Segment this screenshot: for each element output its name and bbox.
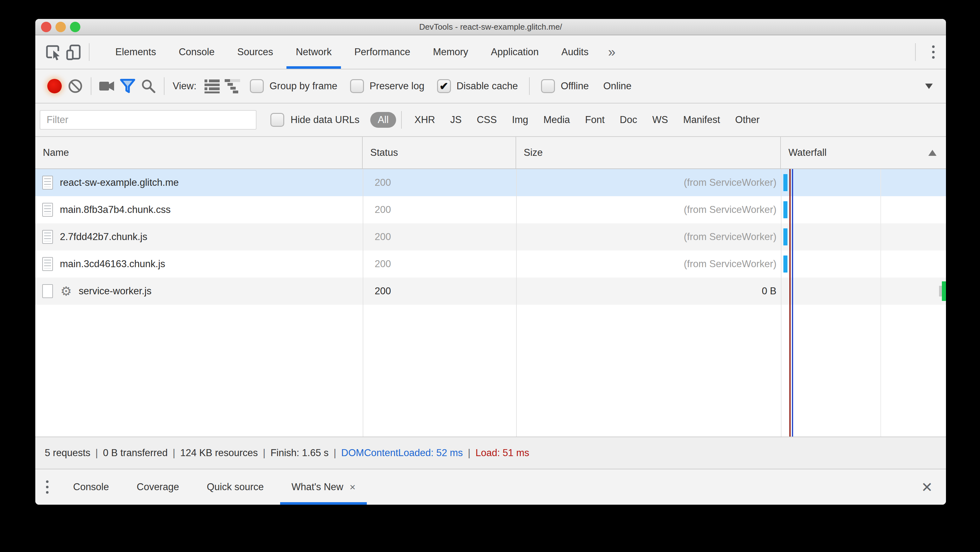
filter-type-css[interactable]: CSS	[469, 114, 504, 126]
close-drawer-icon[interactable]: ✕	[921, 479, 933, 495]
column-header-size[interactable]: Size	[516, 137, 781, 168]
tab-performance[interactable]: Performance	[343, 35, 421, 69]
filter-type-js[interactable]: JS	[443, 114, 469, 126]
waterfall-bar	[783, 228, 788, 246]
filter-type-all[interactable]: All	[370, 112, 396, 128]
drawer-tab-what-s-new[interactable]: What's New×	[278, 469, 369, 505]
divider	[401, 111, 402, 129]
requests-table-body: react-sw-example.glitch.me200(from Servi…	[35, 169, 946, 437]
network-toolbar: View: Group b	[35, 69, 946, 104]
filter-types: XHRJSCSSImgMediaFontDocWSManifestOther	[407, 114, 767, 126]
load-time[interactable]: Load: 51 ms	[476, 447, 530, 459]
checkbox-box[interactable]	[270, 113, 284, 127]
tab-application[interactable]: Application	[480, 35, 550, 69]
filter-type-manifest[interactable]: Manifest	[676, 114, 728, 126]
network-throttling-select[interactable]: Online	[603, 80, 632, 92]
filter-icon[interactable]	[117, 76, 138, 97]
cell-name: main.8fb3a7b4.chunk.css	[35, 196, 363, 223]
column-header-waterfall[interactable]: Waterfall	[781, 137, 946, 168]
inspect-element-icon[interactable]	[43, 42, 64, 62]
cell-name: 2.7fdd42b7.chunk.js	[35, 223, 363, 250]
table-row[interactable]: ⚙service-worker.js2000 B	[35, 278, 946, 305]
use-request-rows-icon[interactable]	[202, 76, 223, 97]
tab-console[interactable]: Console	[167, 35, 226, 69]
drawer-tab-coverage[interactable]: Coverage	[123, 469, 193, 505]
waterfall-bar	[783, 201, 788, 218]
column-header-name[interactable]: Name	[35, 137, 363, 168]
tab-sources[interactable]: Sources	[226, 35, 285, 69]
cell-status: 200	[363, 223, 516, 250]
tab-elements[interactable]: Elements	[104, 35, 167, 69]
disable-cache-checkbox[interactable]: Disable cache	[437, 79, 518, 93]
cell-waterfall	[781, 278, 946, 305]
cell-size: 0 B	[516, 278, 781, 305]
device-toolbar-icon[interactable]	[64, 42, 84, 62]
summary-segment: 124 KB resources	[180, 447, 258, 459]
waterfall-gridline	[880, 169, 881, 437]
filter-type-media[interactable]: Media	[536, 114, 577, 126]
drawer-tab-console[interactable]: Console	[59, 469, 123, 505]
cell-size: (from ServiceWorker)	[516, 196, 781, 223]
cell-size: (from ServiceWorker)	[516, 169, 781, 196]
record-icon	[47, 79, 62, 93]
group-by-frame-checkbox[interactable]: Group by frame	[250, 79, 337, 93]
table-row[interactable]: main.3cd46163.chunk.js200(from ServiceWo…	[35, 250, 946, 278]
cell-status: 200	[363, 278, 516, 305]
filter-type-ws[interactable]: WS	[645, 114, 676, 126]
dom-content-loaded-time[interactable]: DOMContentLoaded: 52 ms	[341, 447, 463, 459]
waterfall-event-line	[789, 169, 791, 437]
document-icon	[42, 203, 53, 217]
main-menu-kebab-icon[interactable]	[921, 45, 946, 59]
summary-separator: |	[91, 447, 103, 459]
show-overview-icon[interactable]	[223, 76, 243, 97]
close-tab-icon[interactable]: ×	[350, 481, 355, 493]
checkbox-box[interactable]	[350, 79, 364, 93]
column-divider	[516, 169, 517, 437]
checkbox-label: Group by frame	[269, 80, 337, 92]
filter-type-img[interactable]: Img	[504, 114, 536, 126]
clear-network-log-button[interactable]	[65, 76, 86, 97]
panel-tabs: ElementsConsoleSourcesNetworkPerformance…	[104, 35, 600, 69]
more-panels-chevron-icon[interactable]: »	[600, 45, 624, 60]
close-window-button[interactable]	[41, 22, 51, 32]
column-header-status[interactable]: Status	[363, 137, 516, 168]
divider	[91, 77, 91, 95]
checkbox-box[interactable]	[250, 79, 264, 93]
search-icon[interactable]	[138, 76, 159, 97]
chevron-down-icon[interactable]	[925, 84, 933, 89]
filter-type-doc[interactable]: Doc	[612, 114, 645, 126]
record-network-log-button[interactable]	[44, 76, 65, 97]
window-title: DevTools - react-sw-example.glitch.me/	[35, 19, 946, 35]
filter-input[interactable]	[40, 110, 256, 130]
cell-name: react-sw-example.glitch.me	[35, 169, 363, 196]
preserve-log-checkbox[interactable]: Preserve log	[350, 79, 425, 93]
sort-ascending-icon	[928, 150, 937, 156]
minimize-window-button[interactable]	[56, 22, 66, 32]
capture-screenshots-icon[interactable]	[96, 76, 117, 97]
divider	[915, 43, 916, 61]
tab-network[interactable]: Network	[285, 35, 343, 69]
tab-memory[interactable]: Memory	[422, 35, 480, 69]
checkbox-box[interactable]	[437, 79, 451, 93]
table-row[interactable]: react-sw-example.glitch.me200(from Servi…	[35, 169, 946, 196]
table-row[interactable]: main.8fb3a7b4.chunk.css200(from ServiceW…	[35, 196, 946, 223]
tab-audits[interactable]: Audits	[550, 35, 600, 69]
cell-size: (from ServiceWorker)	[516, 223, 781, 250]
filter-type-other[interactable]: Other	[728, 114, 767, 126]
offline-checkbox[interactable]: Offline	[541, 79, 589, 93]
zoom-window-button[interactable]	[70, 22, 80, 32]
table-row[interactable]: 2.7fdd42b7.chunk.js200(from ServiceWorke…	[35, 223, 946, 250]
filter-type-font[interactable]: Font	[578, 114, 612, 126]
request-name: service-worker.js	[79, 286, 151, 297]
checkbox-box[interactable]	[541, 79, 555, 93]
divider	[164, 77, 164, 95]
screenshot-canvas: DevTools - react-sw-example.glitch.me/ E…	[0, 0, 980, 552]
document-icon	[42, 230, 53, 244]
hide-data-urls-checkbox[interactable]: Hide data URLs	[270, 113, 360, 127]
summary-segment: 5 requests	[45, 447, 91, 459]
filter-type-xhr[interactable]: XHR	[407, 114, 442, 126]
drawer-menu-kebab-icon[interactable]	[35, 480, 59, 494]
divider	[529, 77, 530, 95]
drawer-tab-quick-source[interactable]: Quick source	[193, 469, 278, 505]
cell-waterfall	[781, 196, 946, 223]
